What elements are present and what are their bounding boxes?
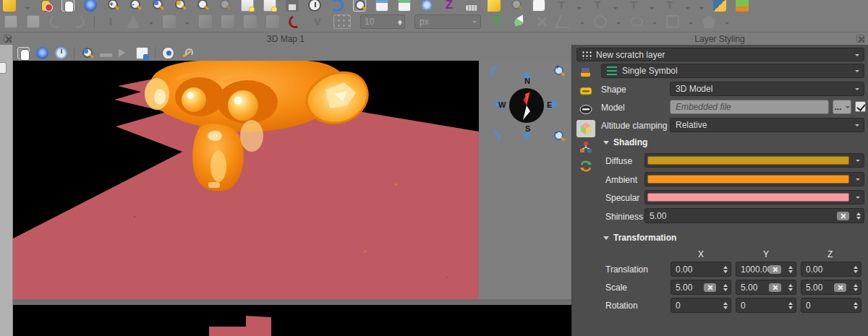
dropdown-caret-icon[interactable] [616,22,621,27]
digitize-ellipse-icon[interactable] [630,17,643,27]
diffuse-color-button[interactable] [644,153,864,168]
specular-color-button[interactable] [644,190,864,204]
digitize-polygon-icon[interactable] [702,15,715,28]
zoom-out-3d-icon[interactable]: - [553,131,564,142]
transformation-section-header[interactable]: Transformation [603,233,676,243]
camera-view-icon[interactable] [162,47,174,59]
delete-selected-icon[interactable] [535,15,548,28]
python-console-icon[interactable] [713,0,726,12]
copy-features-icon[interactable] [4,15,17,28]
shininess-spinbox[interactable]: 5.00 [644,208,864,223]
identify-raster-icon[interactable] [510,0,523,12]
spin-arrows-icon[interactable] [788,282,793,293]
revert-edits-icon[interactable] [286,13,303,30]
save-as-image-icon[interactable] [136,47,148,59]
spin-arrows-icon[interactable] [856,210,861,222]
spin-arrows-icon[interactable] [854,282,858,293]
tab-history[interactable] [576,158,595,175]
processing-toolbox-icon[interactable] [420,0,433,12]
layout-manager-icon[interactable] [263,0,276,12]
merge-features-icon[interactable] [266,15,279,28]
compass[interactable]: N S W E [508,87,545,124]
clear-value-icon[interactable] [834,283,846,292]
digitize-line-icon[interactable] [556,15,574,28]
zoom-out-icon[interactable]: - [129,0,142,12]
pan-to-selection-icon[interactable] [39,0,52,12]
digitize-rectangle-icon[interactable] [666,15,679,28]
close-map3d-icon[interactable] [4,35,12,43]
scale-y-spinbox[interactable]: 5.00 [736,280,796,295]
map3d-canvas[interactable] [13,61,479,299]
spin-arrows-icon[interactable] [788,300,793,311]
dropdown-caret-icon[interactable] [149,22,153,27]
clear-value-icon[interactable] [837,212,849,220]
vertex-tool-current-icon[interactable] [221,15,234,28]
undo-icon[interactable] [47,13,64,30]
measure-triangle-icon[interactable] [127,15,140,28]
rotation-x-spinbox[interactable]: 0 [671,298,731,313]
identify-features-icon[interactable] [353,0,366,12]
map-tips-icon[interactable] [488,0,501,12]
scale-z-spinbox[interactable]: 5.00 [801,280,861,295]
translation-y-spinbox[interactable]: 1000.00 [736,262,796,277]
digitize-circle-icon[interactable] [594,15,607,28]
zoom-last-icon[interactable] [196,0,209,12]
clear-value-icon[interactable] [769,283,781,292]
move-right-icon[interactable] [551,99,563,109]
map-theme-icon[interactable] [3,0,16,12]
snap-unit-dropdown[interactable]: px [414,14,481,29]
measure-icon[interactable] [465,4,478,12]
measure-line-3d-icon[interactable] [100,53,112,57]
camera-pan-icon[interactable] [17,47,30,59]
paste-features-icon[interactable] [27,15,40,28]
modify-attributes-icon[interactable] [244,15,257,28]
shading-section-header[interactable]: Shading [603,137,647,147]
rotation-y-spinbox[interactable]: 0 [736,298,796,313]
dropdown-caret-icon[interactable] [689,22,693,27]
tab-3d-view[interactable] [576,120,595,137]
clear-value-icon[interactable] [704,283,716,292]
translation-x-spinbox[interactable]: 0.00 [671,262,731,277]
spin-arrows-icon[interactable] [788,264,793,275]
save-project-icon[interactable] [286,0,299,12]
pan-map-icon[interactable] [61,0,75,12]
label-move-icon[interactable]: T [627,0,640,12]
identify-3d-icon[interactable] [81,47,93,59]
shape-dropdown[interactable]: 3D Model [670,82,864,96]
close-layer-styling-icon[interactable] [856,35,864,43]
spin-arrows-icon[interactable] [723,264,728,275]
dock-splitter[interactable] [13,299,571,305]
ambient-color-button[interactable] [644,172,864,186]
refresh-map-icon[interactable] [331,0,344,12]
dropdown-caret-icon[interactable] [580,22,584,27]
scale-x-spinbox[interactable]: 5.00 [671,280,731,295]
label-rotate-icon[interactable]: T [663,0,676,12]
snapping-on-intersection-icon[interactable] [513,15,526,28]
spin-arrows-icon[interactable] [723,300,728,311]
zoom-star-icon[interactable] [84,0,97,12]
rotate-cw-icon[interactable] [489,130,502,143]
model-file-input[interactable]: Embedded file [670,100,829,114]
redo-icon[interactable] [69,13,86,30]
clear-value-icon[interactable] [769,265,781,274]
layer-selector-dropdown[interactable]: New scratch layer [576,48,864,61]
spin-arrows-icon[interactable] [398,17,402,27]
tab-diagrams[interactable] [576,139,595,156]
vertex-tool-all-icon[interactable] [199,15,212,28]
new-shapefile-layer-icon[interactable] [736,0,749,12]
camera-rotate-icon[interactable] [55,47,67,59]
move-feature-icon[interactable] [163,15,176,28]
dropdown-caret-icon[interactable] [652,22,657,27]
spin-arrows-icon[interactable] [854,264,858,275]
snap-tolerance-spinbox[interactable]: 10 [360,14,405,29]
vertex-tool-icon[interactable]: V [311,15,324,28]
temporal-controller-icon[interactable] [308,0,321,12]
spin-arrows-icon[interactable] [854,300,858,311]
tab-labels[interactable] [576,82,595,100]
embed-model-checkbox[interactable] [855,101,866,112]
dropdown-caret-icon[interactable] [185,22,190,27]
renderer-dropdown[interactable]: Single Symbol [601,64,864,78]
map3d-configure-icon[interactable] [181,47,193,59]
snapping-toggle-icon[interactable] [333,14,351,29]
animations-icon[interactable] [119,48,129,57]
